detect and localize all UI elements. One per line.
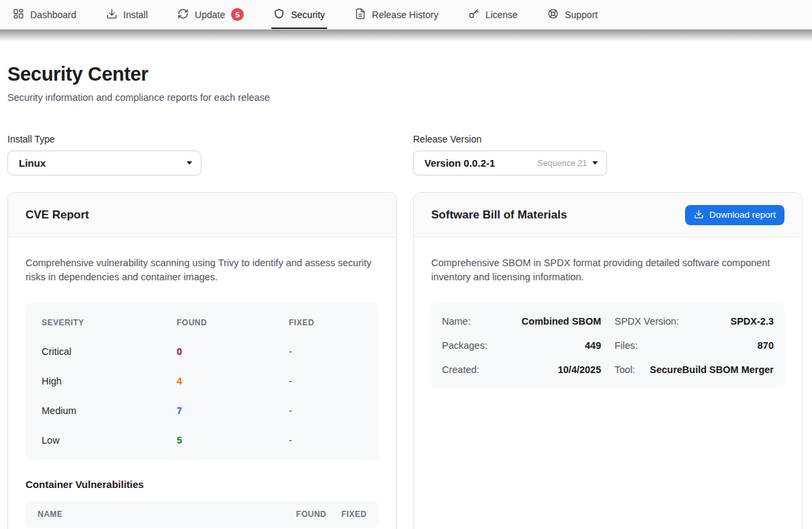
- main-content: Security Center Security information and…: [0, 63, 812, 529]
- sbom-field-name: Name: Combined SBOM: [442, 309, 601, 333]
- dashboard-grid-icon: [13, 8, 24, 22]
- sbom-field-created: Created: 10/4/2025: [442, 358, 601, 382]
- sbom-header: Software Bill of Materials Download repo…: [414, 193, 802, 237]
- install-type-select[interactable]: Linux: [7, 151, 201, 175]
- field-label: SPDX Version:: [615, 316, 679, 327]
- field-value: 870: [758, 340, 774, 351]
- severity-row-high: High 4 -: [42, 366, 363, 396]
- top-nav: Dashboard Install Update 5 Security Rele…: [0, 0, 812, 30]
- nav-item-security[interactable]: Security: [271, 0, 327, 29]
- life-buoy-icon: [547, 8, 559, 22]
- fixed-count: -: [289, 346, 363, 357]
- key-icon: [468, 8, 480, 22]
- cve-report-header: CVE Report: [8, 193, 396, 237]
- container-vulnerabilities-table-header: Name Found Fixed: [26, 501, 379, 528]
- nav-label: Dashboard: [30, 9, 77, 20]
- found-count: 5: [177, 435, 289, 446]
- cve-report-description: Comprehensive vulnerability scanning usi…: [26, 256, 379, 285]
- install-type-filter: Install Type Linux: [7, 134, 397, 175]
- sbom-body: Comprehensive SBOM in SPDX format provid…: [414, 237, 802, 407]
- download-report-label: Download report: [709, 210, 776, 220]
- found-column-header: Found: [177, 318, 289, 327]
- sbom-card: Software Bill of Materials Download repo…: [413, 192, 803, 529]
- caret-down-icon: [187, 161, 192, 165]
- page-subtitle: Security information and compliance repo…: [7, 92, 803, 103]
- field-value: Combined SBOM: [522, 316, 601, 327]
- fixed-column-header: Fixed: [326, 510, 367, 519]
- release-version-filter: Release Version Version 0.0.2-1 Sequence…: [413, 134, 803, 175]
- severity-label: High: [42, 376, 177, 386]
- install-type-value: Linux: [19, 157, 187, 169]
- download-icon: [106, 8, 118, 22]
- name-column-header: Name: [38, 510, 273, 519]
- severity-label: Medium: [42, 405, 177, 416]
- nav-item-update[interactable]: Update 5: [175, 0, 246, 29]
- found-column-header: Found: [273, 510, 326, 519]
- cve-report-body: Comprehensive vulnerability scanning usi…: [8, 237, 396, 529]
- found-count: 4: [177, 376, 289, 386]
- cve-report-title: CVE Report: [26, 208, 89, 222]
- fixed-column-header: Fixed: [289, 318, 363, 327]
- file-text-icon: [355, 8, 366, 22]
- field-label: Created:: [442, 364, 480, 375]
- severity-table-header: Severity Found Fixed: [42, 309, 363, 337]
- caret-down-icon: [592, 161, 598, 165]
- nav-label: Update: [195, 9, 225, 20]
- field-value: SPDX-2.3: [731, 316, 774, 327]
- nav-item-dashboard[interactable]: Dashboard: [11, 0, 79, 29]
- field-label: Packages:: [442, 340, 488, 351]
- fixed-count: -: [289, 376, 363, 386]
- severity-label: Low: [42, 435, 177, 446]
- severity-row-low: Low 5 -: [42, 425, 363, 455]
- sbom-title: Software Bill of Materials: [431, 208, 567, 222]
- nav-label: Install: [124, 9, 148, 20]
- nav-label: License: [486, 9, 518, 20]
- nav-label: Release History: [372, 9, 439, 20]
- shield-icon: [273, 8, 285, 22]
- cve-report-card: CVE Report Comprehensive vulnerability s…: [7, 192, 397, 529]
- field-label: Tool:: [615, 364, 635, 375]
- nav-label: Support: [565, 9, 598, 20]
- release-version-select[interactable]: Version 0.0.2-1 Sequence 21: [413, 151, 607, 175]
- field-value: SecureBuild SBOM Merger: [649, 364, 774, 375]
- nav-item-support[interactable]: Support: [545, 0, 600, 29]
- sbom-field-packages: Packages: 449: [442, 333, 601, 358]
- sequence-label: Sequence 21: [537, 159, 587, 168]
- severity-row-medium: Medium 7 -: [42, 396, 363, 425]
- sbom-description: Comprehensive SBOM in SPDX format provid…: [431, 256, 784, 285]
- filters-row: Install Type Linux Release Version Versi…: [7, 134, 803, 175]
- sbom-info-box: Name: Combined SBOM SPDX Version: SPDX-2…: [431, 303, 784, 388]
- container-vulnerabilities-title: Container Vulnerabilities: [26, 479, 379, 490]
- fixed-count: -: [289, 405, 363, 416]
- nav-item-install[interactable]: Install: [104, 0, 150, 29]
- download-report-button[interactable]: Download report: [685, 205, 784, 225]
- download-icon: [694, 209, 704, 221]
- found-count: 0: [177, 346, 289, 357]
- severity-row-critical: Critical 0 -: [42, 337, 363, 366]
- nav-shadow-band: [0, 30, 812, 42]
- update-count-badge: 5: [231, 8, 244, 21]
- sbom-field-spdx-version: SPDX Version: SPDX-2.3: [615, 309, 774, 333]
- severity-table: Severity Found Fixed Critical 0 - High 4…: [26, 303, 379, 460]
- severity-column-header: Severity: [42, 318, 177, 327]
- field-value: 449: [585, 340, 601, 351]
- field-label: Name:: [442, 316, 471, 327]
- found-count: 7: [177, 405, 289, 416]
- release-version-label: Release Version: [413, 134, 803, 145]
- sbom-field-files: Files: 870: [615, 333, 774, 358]
- nav-item-release-history[interactable]: Release History: [353, 0, 441, 29]
- cards-row: CVE Report Comprehensive vulnerability s…: [7, 192, 803, 529]
- nav-item-license[interactable]: License: [466, 0, 520, 29]
- fixed-count: -: [289, 435, 363, 446]
- sbom-field-tool: Tool: SecureBuild SBOM Merger: [615, 358, 774, 382]
- nav-label: Security: [291, 9, 325, 20]
- field-label: Files:: [615, 340, 638, 351]
- field-value: 10/4/2025: [557, 364, 601, 375]
- severity-label: Critical: [42, 346, 177, 357]
- install-type-label: Install Type: [7, 134, 397, 145]
- page-title: Security Center: [7, 63, 803, 85]
- refresh-icon: [177, 8, 189, 22]
- release-version-value: Version 0.0.2-1: [424, 157, 537, 169]
